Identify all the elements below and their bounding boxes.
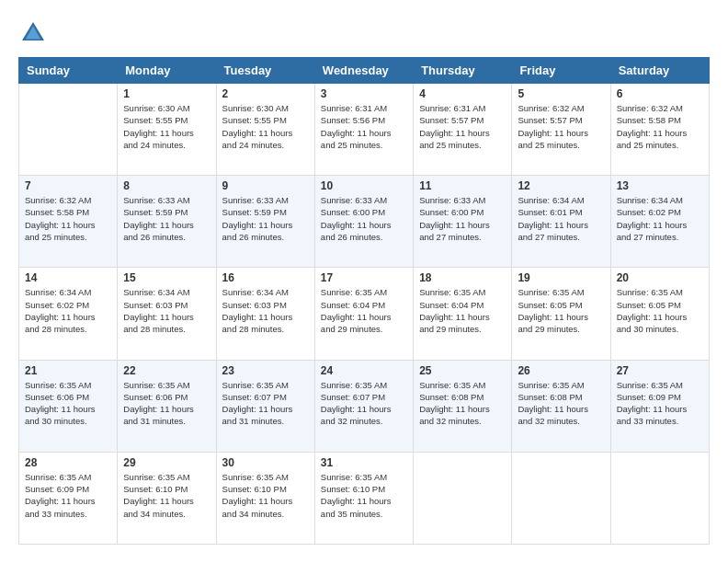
- day-number: 17: [321, 271, 407, 284]
- logo: [18, 18, 51, 48]
- calendar-cell: 5Sunrise: 6:32 AM Sunset: 5:57 PM Daylig…: [512, 84, 610, 176]
- day-info: Sunrise: 6:33 AM Sunset: 6:00 PM Dayligh…: [419, 194, 506, 243]
- calendar-cell: 21Sunrise: 6:35 AM Sunset: 6:06 PM Dayli…: [19, 360, 118, 452]
- calendar-cell: 23Sunrise: 6:35 AM Sunset: 6:07 PM Dayli…: [216, 360, 314, 452]
- day-info: Sunrise: 6:35 AM Sunset: 6:10 PM Dayligh…: [321, 471, 407, 520]
- calendar-cell: 27Sunrise: 6:35 AM Sunset: 6:09 PM Dayli…: [610, 360, 709, 452]
- day-info: Sunrise: 6:33 AM Sunset: 6:00 PM Dayligh…: [321, 194, 407, 243]
- day-info: Sunrise: 6:35 AM Sunset: 6:05 PM Dayligh…: [518, 286, 604, 335]
- day-info: Sunrise: 6:32 AM Sunset: 5:57 PM Dayligh…: [518, 102, 604, 151]
- day-info: Sunrise: 6:34 AM Sunset: 6:03 PM Dayligh…: [123, 286, 210, 335]
- calendar-cell: 6Sunrise: 6:32 AM Sunset: 5:58 PM Daylig…: [610, 84, 709, 176]
- day-info: Sunrise: 6:34 AM Sunset: 6:02 PM Dayligh…: [617, 194, 703, 243]
- day-number: 31: [321, 456, 407, 469]
- calendar-week-5: 28Sunrise: 6:35 AM Sunset: 6:09 PM Dayli…: [19, 452, 710, 544]
- day-number: 7: [25, 179, 111, 192]
- calendar-header-wednesday: Wednesday: [314, 58, 413, 84]
- day-number: 24: [321, 364, 407, 377]
- calendar-cell: 24Sunrise: 6:35 AM Sunset: 6:07 PM Dayli…: [314, 360, 413, 452]
- calendar-week-3: 14Sunrise: 6:34 AM Sunset: 6:02 PM Dayli…: [19, 268, 710, 360]
- day-number: 27: [617, 364, 703, 377]
- day-number: 19: [518, 271, 604, 284]
- day-number: 11: [419, 179, 506, 192]
- calendar-cell: 20Sunrise: 6:35 AM Sunset: 6:05 PM Dayli…: [610, 268, 709, 360]
- day-info: Sunrise: 6:35 AM Sunset: 6:07 PM Dayligh…: [321, 379, 407, 428]
- day-number: 25: [419, 364, 506, 377]
- calendar-cell: [512, 452, 610, 544]
- day-number: 18: [419, 271, 506, 284]
- calendar-cell: 18Sunrise: 6:35 AM Sunset: 6:04 PM Dayli…: [414, 268, 512, 360]
- day-number: 6: [617, 87, 703, 100]
- day-number: 23: [222, 364, 309, 377]
- day-number: 22: [123, 364, 210, 377]
- day-info: Sunrise: 6:35 AM Sunset: 6:05 PM Dayligh…: [617, 286, 703, 335]
- calendar-cell: [414, 452, 512, 544]
- calendar-cell: 15Sunrise: 6:34 AM Sunset: 6:03 PM Dayli…: [118, 268, 216, 360]
- day-info: Sunrise: 6:30 AM Sunset: 5:55 PM Dayligh…: [123, 102, 210, 151]
- day-number: 28: [25, 456, 111, 469]
- calendar-cell: 11Sunrise: 6:33 AM Sunset: 6:00 PM Dayli…: [414, 176, 512, 268]
- day-number: 13: [617, 179, 703, 192]
- calendar-cell: 12Sunrise: 6:34 AM Sunset: 6:01 PM Dayli…: [512, 176, 610, 268]
- page: SundayMondayTuesdayWednesdayThursdayFrid…: [0, 0, 728, 563]
- day-number: 10: [321, 179, 407, 192]
- day-number: 9: [222, 179, 309, 192]
- day-number: 21: [25, 364, 111, 377]
- day-info: Sunrise: 6:35 AM Sunset: 6:10 PM Dayligh…: [123, 471, 210, 520]
- day-info: Sunrise: 6:35 AM Sunset: 6:04 PM Dayligh…: [419, 286, 506, 335]
- calendar-cell: 16Sunrise: 6:34 AM Sunset: 6:03 PM Dayli…: [216, 268, 314, 360]
- calendar-cell: 10Sunrise: 6:33 AM Sunset: 6:00 PM Dayli…: [314, 176, 413, 268]
- calendar-cell: 31Sunrise: 6:35 AM Sunset: 6:10 PM Dayli…: [314, 452, 413, 544]
- calendar-cell: 13Sunrise: 6:34 AM Sunset: 6:02 PM Dayli…: [610, 176, 709, 268]
- day-number: 3: [321, 87, 407, 100]
- day-info: Sunrise: 6:35 AM Sunset: 6:09 PM Dayligh…: [617, 379, 703, 428]
- calendar-cell: 29Sunrise: 6:35 AM Sunset: 6:10 PM Dayli…: [118, 452, 216, 544]
- day-info: Sunrise: 6:35 AM Sunset: 6:08 PM Dayligh…: [419, 379, 506, 428]
- day-info: Sunrise: 6:35 AM Sunset: 6:04 PM Dayligh…: [321, 286, 407, 335]
- day-info: Sunrise: 6:35 AM Sunset: 6:07 PM Dayligh…: [222, 379, 309, 428]
- calendar-week-4: 21Sunrise: 6:35 AM Sunset: 6:06 PM Dayli…: [19, 360, 710, 452]
- calendar-table: SundayMondayTuesdayWednesdayThursdayFrid…: [18, 57, 710, 545]
- day-info: Sunrise: 6:35 AM Sunset: 6:10 PM Dayligh…: [222, 471, 309, 520]
- day-number: 1: [123, 87, 210, 100]
- calendar-header-tuesday: Tuesday: [216, 58, 314, 84]
- calendar-cell: [19, 84, 118, 176]
- calendar-cell: 3Sunrise: 6:31 AM Sunset: 5:56 PM Daylig…: [314, 84, 413, 176]
- calendar-cell: 9Sunrise: 6:33 AM Sunset: 5:59 PM Daylig…: [216, 176, 314, 268]
- day-number: 30: [222, 456, 309, 469]
- day-info: Sunrise: 6:31 AM Sunset: 5:56 PM Dayligh…: [321, 102, 407, 151]
- calendar-header-row: SundayMondayTuesdayWednesdayThursdayFrid…: [19, 58, 710, 84]
- calendar-cell: 25Sunrise: 6:35 AM Sunset: 6:08 PM Dayli…: [414, 360, 512, 452]
- calendar-cell: 22Sunrise: 6:35 AM Sunset: 6:06 PM Dayli…: [118, 360, 216, 452]
- day-number: 14: [25, 271, 111, 284]
- day-number: 2: [222, 87, 309, 100]
- day-number: 20: [617, 271, 703, 284]
- day-number: 4: [419, 87, 506, 100]
- calendar-week-1: 1Sunrise: 6:30 AM Sunset: 5:55 PM Daylig…: [19, 84, 710, 176]
- logo-icon: [18, 18, 48, 48]
- header: [18, 18, 710, 48]
- calendar-cell: [610, 452, 709, 544]
- calendar-cell: 7Sunrise: 6:32 AM Sunset: 5:58 PM Daylig…: [19, 176, 118, 268]
- day-info: Sunrise: 6:33 AM Sunset: 5:59 PM Dayligh…: [123, 194, 210, 243]
- day-number: 29: [123, 456, 210, 469]
- day-info: Sunrise: 6:30 AM Sunset: 5:55 PM Dayligh…: [222, 102, 309, 151]
- calendar-header-saturday: Saturday: [610, 58, 709, 84]
- day-number: 5: [518, 87, 604, 100]
- calendar-header-friday: Friday: [512, 58, 610, 84]
- day-number: 16: [222, 271, 309, 284]
- day-info: Sunrise: 6:31 AM Sunset: 5:57 PM Dayligh…: [419, 102, 506, 151]
- calendar-cell: 17Sunrise: 6:35 AM Sunset: 6:04 PM Dayli…: [314, 268, 413, 360]
- day-info: Sunrise: 6:32 AM Sunset: 5:58 PM Dayligh…: [617, 102, 703, 151]
- day-number: 12: [518, 179, 604, 192]
- day-info: Sunrise: 6:34 AM Sunset: 6:03 PM Dayligh…: [222, 286, 309, 335]
- calendar-cell: 8Sunrise: 6:33 AM Sunset: 5:59 PM Daylig…: [118, 176, 216, 268]
- calendar-week-2: 7Sunrise: 6:32 AM Sunset: 5:58 PM Daylig…: [19, 176, 710, 268]
- calendar-cell: 2Sunrise: 6:30 AM Sunset: 5:55 PM Daylig…: [216, 84, 314, 176]
- day-number: 26: [518, 364, 604, 377]
- calendar-cell: 4Sunrise: 6:31 AM Sunset: 5:57 PM Daylig…: [414, 84, 512, 176]
- day-info: Sunrise: 6:34 AM Sunset: 6:02 PM Dayligh…: [25, 286, 111, 335]
- day-info: Sunrise: 6:32 AM Sunset: 5:58 PM Dayligh…: [25, 194, 111, 243]
- day-info: Sunrise: 6:35 AM Sunset: 6:09 PM Dayligh…: [25, 471, 111, 520]
- day-info: Sunrise: 6:35 AM Sunset: 6:06 PM Dayligh…: [123, 379, 210, 428]
